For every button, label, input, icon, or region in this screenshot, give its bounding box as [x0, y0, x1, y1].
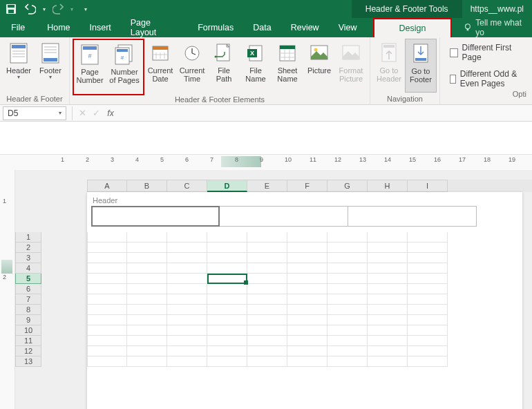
cell[interactable] [87, 356, 127, 367]
tab-insert[interactable]: Insert [80, 18, 121, 37]
cell[interactable] [368, 274, 408, 284]
row-header[interactable]: 3 [15, 253, 41, 263]
cell[interactable] [287, 263, 327, 274]
cell[interactable] [247, 294, 287, 305]
cell[interactable] [167, 274, 207, 284]
cell[interactable] [368, 294, 408, 305]
cell[interactable] [207, 325, 247, 336]
row-header[interactable]: 10 [15, 325, 41, 336]
cell[interactable] [207, 253, 247, 263]
cell[interactable] [327, 315, 368, 325]
cell[interactable] [127, 274, 167, 284]
cell[interactable] [408, 242, 448, 253]
header-button[interactable]: Header ▾ [3, 39, 35, 93]
cell[interactable] [207, 284, 247, 294]
cell[interactable] [127, 336, 167, 346]
cell[interactable] [247, 274, 287, 284]
formula-input[interactable] [117, 106, 532, 120]
cell[interactable] [127, 284, 167, 294]
cell[interactable] [127, 356, 167, 367]
cell[interactable] [167, 263, 207, 274]
row-header[interactable]: 11 [15, 336, 41, 346]
cell[interactable] [87, 242, 127, 253]
cell[interactable] [287, 253, 327, 263]
column-header[interactable]: G [327, 180, 368, 192]
cell[interactable] [368, 315, 408, 325]
cell[interactable] [167, 294, 207, 305]
picture-button[interactable]: Picture [303, 39, 335, 93]
cell[interactable] [287, 305, 327, 315]
tab-formulas[interactable]: Formulas [188, 18, 243, 37]
horizontal-ruler[interactable]: 12345678910111213141516171819 [0, 155, 532, 170]
cell[interactable] [127, 325, 167, 336]
cell[interactable] [207, 232, 247, 242]
cell[interactable] [207, 336, 247, 346]
cell[interactable] [327, 263, 368, 274]
sheet-name-button[interactable]: SheetName [272, 39, 303, 93]
cell[interactable] [287, 242, 327, 253]
cell[interactable] [408, 294, 448, 305]
cell[interactable] [247, 315, 287, 325]
cell[interactable] [127, 294, 167, 305]
row-header[interactable]: 8 [15, 305, 41, 315]
cell[interactable] [327, 325, 368, 336]
cell[interactable] [368, 232, 408, 242]
cell[interactable] [167, 356, 207, 367]
name-box[interactable]: D5 ▾ [3, 106, 66, 120]
header-left-section[interactable] [91, 206, 220, 227]
cell[interactable] [87, 305, 127, 315]
cell[interactable] [207, 305, 247, 315]
cell[interactable] [368, 242, 408, 253]
cell[interactable] [87, 346, 127, 356]
cell[interactable] [87, 274, 127, 284]
cell[interactable] [408, 253, 448, 263]
cell[interactable] [87, 325, 127, 336]
cell[interactable] [247, 305, 287, 315]
column-header[interactable]: I [408, 180, 448, 192]
cell[interactable] [127, 315, 167, 325]
file-name-button[interactable]: X FileName [240, 39, 272, 93]
cell[interactable] [327, 356, 368, 367]
chevron-down-icon[interactable]: ▾ [59, 110, 61, 116]
row-header[interactable]: 6 [15, 284, 41, 294]
tell-me-search[interactable]: Tell me what yo [463, 18, 532, 37]
current-date-button[interactable]: CurrentDate [144, 39, 176, 93]
row-header[interactable]: 2 [15, 242, 41, 253]
cell[interactable] [408, 284, 448, 294]
column-header[interactable]: B [127, 180, 167, 192]
different-first-page-checkbox[interactable]: Different First Page [450, 43, 524, 62]
cell[interactable] [87, 253, 127, 263]
cell[interactable] [287, 274, 327, 284]
cell[interactable] [207, 263, 247, 274]
cell[interactable] [368, 325, 408, 336]
cell[interactable] [127, 346, 167, 356]
cell[interactable] [287, 325, 327, 336]
cell[interactable] [287, 346, 327, 356]
row-header[interactable]: 9 [15, 315, 41, 325]
page-number-button[interactable]: # PageNumber [74, 40, 106, 94]
footer-button[interactable]: Footer ▾ [35, 39, 66, 93]
header-center-section[interactable] [220, 206, 348, 227]
cell-grid[interactable] [87, 232, 448, 367]
cell[interactable] [327, 294, 368, 305]
cell[interactable] [368, 356, 408, 367]
cell[interactable] [127, 305, 167, 315]
cell[interactable] [287, 336, 327, 346]
cell[interactable] [87, 294, 127, 305]
cell[interactable] [247, 325, 287, 336]
header-right-section[interactable] [348, 206, 477, 227]
current-time-button[interactable]: CurrentTime [176, 39, 208, 93]
cell[interactable] [207, 356, 247, 367]
column-header[interactable]: E [247, 180, 287, 192]
cell[interactable] [408, 315, 448, 325]
cell[interactable] [247, 356, 287, 367]
redo-icon[interactable] [51, 2, 65, 16]
cell[interactable] [368, 284, 408, 294]
cell[interactable] [287, 315, 327, 325]
cell[interactable] [87, 284, 127, 294]
cell[interactable] [247, 232, 287, 242]
cell[interactable] [327, 284, 368, 294]
row-header[interactable]: 12 [15, 346, 41, 356]
cell[interactable] [327, 336, 368, 346]
row-header[interactable]: 4 [15, 263, 41, 274]
